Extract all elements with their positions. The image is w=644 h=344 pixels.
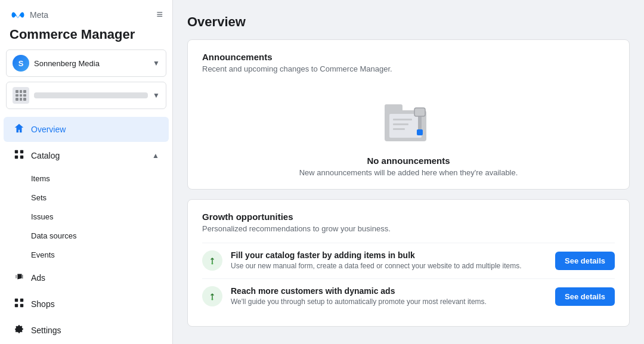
sub-nav-data-sources[interactable]: Data sources — [31, 227, 169, 245]
catalog-expand-icon: ▲ — [152, 151, 159, 160]
svg-rect-9 — [385, 104, 402, 113]
svg-rect-2 — [15, 156, 18, 159]
svg-rect-4 — [15, 299, 18, 302]
main-content: Overview Announcements Recent and upcomi… — [173, 0, 644, 344]
hamburger-icon[interactable]: ≡ — [156, 8, 163, 21]
nav-item-overview[interactable]: Overview — [4, 117, 169, 142]
growth-card-title: Growth opportunities — [202, 212, 615, 222]
nav-shops-label: Shops — [31, 299, 55, 309]
settings-icon — [13, 324, 25, 337]
folder-illustration — [379, 92, 438, 146]
account-name: Sonnenberg Media — [34, 59, 148, 68]
svg-point-20 — [212, 299, 213, 300]
catalog-grid-icon — [13, 87, 29, 104]
nav-item-ads[interactable]: Ads — [4, 265, 169, 290]
catalog-name-blurred — [34, 92, 148, 98]
nav-section-catalog[interactable]: Catalog ▲ — [4, 143, 169, 168]
opportunity-ads-desc: We'll guide you through setup to automat… — [231, 297, 547, 307]
growth-card: Growth opportunities Personalized recomm… — [187, 199, 630, 327]
no-announcements-subtitle: New announcements will be added here whe… — [202, 168, 615, 177]
app-title: Commerce Manager — [0, 26, 172, 49]
opportunity-item-dynamic-ads: Reach more customers with dynamic ads We… — [202, 278, 615, 314]
opportunity-bulk-icon — [202, 250, 222, 271]
svg-rect-0 — [15, 150, 18, 153]
sidebar-header: Meta ≡ — [0, 0, 172, 26]
opportunity-ads-see-details-button[interactable]: See details — [555, 287, 615, 306]
svg-rect-6 — [15, 304, 18, 307]
opportunity-ads-icon — [202, 286, 222, 306]
svg-rect-3 — [20, 156, 23, 159]
opportunity-bulk-title: Fill your catalog faster by adding items… — [231, 250, 547, 260]
catalog-selector[interactable]: ▼ — [6, 82, 166, 109]
account-avatar: S — [13, 55, 29, 72]
announcements-card-subtitle: Recent and upcoming changes to Commerce … — [202, 64, 615, 73]
meta-logo-icon — [10, 10, 26, 20]
nav-item-settings[interactable]: Settings — [4, 318, 169, 343]
svg-rect-11 — [393, 119, 412, 120]
shops-icon — [13, 297, 25, 311]
svg-rect-1 — [20, 150, 23, 153]
account-selector[interactable]: S Sonnenberg Media ▼ — [6, 49, 166, 77]
ads-icon — [13, 271, 25, 284]
nav-catalog-label: Catalog — [31, 151, 60, 160]
svg-rect-5 — [20, 299, 23, 302]
no-announcements-title: No announcements — [202, 156, 615, 166]
catalog-sub-nav: Items Sets Issues Data sources Events — [0, 169, 172, 265]
home-icon — [13, 123, 25, 136]
meta-logo-area: Meta — [10, 10, 48, 20]
opportunity-ads-title: Reach more customers with dynamic ads — [231, 286, 547, 296]
opportunity-ads-text: Reach more customers with dynamic ads We… — [231, 286, 547, 307]
page-title: Overview — [187, 14, 630, 30]
sub-nav-items[interactable]: Items — [31, 169, 169, 188]
svg-rect-15 — [414, 108, 425, 116]
svg-point-18 — [212, 263, 213, 265]
catalog-chevron-icon: ▼ — [153, 91, 160, 100]
announcements-card-title: Announcements — [202, 52, 615, 62]
svg-rect-16 — [417, 129, 423, 135]
svg-rect-13 — [393, 128, 405, 130]
announcements-card: Announcements Recent and upcoming change… — [187, 39, 630, 190]
announcements-illustration — [202, 83, 615, 151]
svg-rect-12 — [393, 123, 408, 125]
nav-item-shops[interactable]: Shops — [4, 292, 169, 317]
opportunity-bulk-see-details-button[interactable]: See details — [555, 252, 615, 270]
opportunity-bulk-text: Fill your catalog faster by adding items… — [231, 250, 547, 271]
opportunity-item-bulk: Fill your catalog faster by adding items… — [202, 243, 615, 278]
nav-overview-label: Overview — [31, 125, 66, 134]
meta-brand-label: Meta — [30, 10, 48, 20]
sub-nav-issues[interactable]: Issues — [31, 207, 169, 226]
sidebar: Meta ≡ Commerce Manager S Sonnenberg Med… — [0, 0, 173, 344]
nav-settings-label: Settings — [31, 326, 61, 335]
sub-nav-sets[interactable]: Sets — [31, 188, 169, 207]
nav-ads-label: Ads — [31, 273, 45, 283]
svg-rect-7 — [20, 304, 23, 307]
svg-rect-10 — [389, 114, 422, 138]
opportunity-bulk-desc: Use our new manual form, create a data f… — [231, 261, 547, 271]
growth-card-subtitle: Personalized recommendations to grow you… — [202, 224, 615, 233]
catalog-icon — [13, 149, 25, 162]
account-chevron-icon: ▼ — [153, 59, 160, 67]
sub-nav-events[interactable]: Events — [31, 246, 169, 264]
